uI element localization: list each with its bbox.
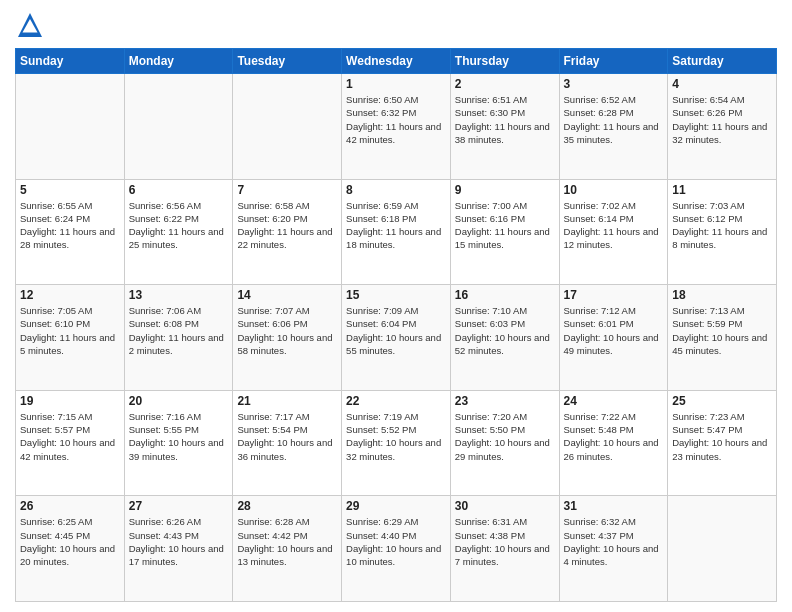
- day-detail: Sunrise: 7:19 AM Sunset: 5:52 PM Dayligh…: [346, 410, 446, 463]
- day-number: 2: [455, 77, 555, 91]
- calendar-day-cell: 24Sunrise: 7:22 AM Sunset: 5:48 PM Dayli…: [559, 390, 668, 496]
- calendar-day-cell: 27Sunrise: 6:26 AM Sunset: 4:43 PM Dayli…: [124, 496, 233, 602]
- logo-icon: [15, 10, 45, 40]
- day-number: 8: [346, 183, 446, 197]
- day-number: 11: [672, 183, 772, 197]
- day-number: 20: [129, 394, 229, 408]
- day-detail: Sunrise: 7:10 AM Sunset: 6:03 PM Dayligh…: [455, 304, 555, 357]
- day-number: 16: [455, 288, 555, 302]
- day-number: 30: [455, 499, 555, 513]
- day-number: 22: [346, 394, 446, 408]
- calendar-day-cell: 31Sunrise: 6:32 AM Sunset: 4:37 PM Dayli…: [559, 496, 668, 602]
- calendar-day-cell: 8Sunrise: 6:59 AM Sunset: 6:18 PM Daylig…: [342, 179, 451, 285]
- day-number: 17: [564, 288, 664, 302]
- day-detail: Sunrise: 6:26 AM Sunset: 4:43 PM Dayligh…: [129, 515, 229, 568]
- calendar-day-cell: 18Sunrise: 7:13 AM Sunset: 5:59 PM Dayli…: [668, 285, 777, 391]
- day-of-week-header: Sunday: [16, 49, 125, 74]
- calendar-day-cell: 20Sunrise: 7:16 AM Sunset: 5:55 PM Dayli…: [124, 390, 233, 496]
- day-detail: Sunrise: 6:56 AM Sunset: 6:22 PM Dayligh…: [129, 199, 229, 252]
- day-detail: Sunrise: 6:59 AM Sunset: 6:18 PM Dayligh…: [346, 199, 446, 252]
- day-number: 1: [346, 77, 446, 91]
- day-detail: Sunrise: 7:23 AM Sunset: 5:47 PM Dayligh…: [672, 410, 772, 463]
- day-number: 15: [346, 288, 446, 302]
- day-number: 9: [455, 183, 555, 197]
- day-detail: Sunrise: 7:09 AM Sunset: 6:04 PM Dayligh…: [346, 304, 446, 357]
- calendar-day-cell: 4Sunrise: 6:54 AM Sunset: 6:26 PM Daylig…: [668, 74, 777, 180]
- day-detail: Sunrise: 7:06 AM Sunset: 6:08 PM Dayligh…: [129, 304, 229, 357]
- day-detail: Sunrise: 6:51 AM Sunset: 6:30 PM Dayligh…: [455, 93, 555, 146]
- day-of-week-header: Saturday: [668, 49, 777, 74]
- calendar-day-cell: 1Sunrise: 6:50 AM Sunset: 6:32 PM Daylig…: [342, 74, 451, 180]
- day-detail: Sunrise: 7:00 AM Sunset: 6:16 PM Dayligh…: [455, 199, 555, 252]
- calendar-header-row: SundayMondayTuesdayWednesdayThursdayFrid…: [16, 49, 777, 74]
- day-detail: Sunrise: 6:29 AM Sunset: 4:40 PM Dayligh…: [346, 515, 446, 568]
- calendar-day-cell: [16, 74, 125, 180]
- day-number: 31: [564, 499, 664, 513]
- day-detail: Sunrise: 6:28 AM Sunset: 4:42 PM Dayligh…: [237, 515, 337, 568]
- calendar-day-cell: 17Sunrise: 7:12 AM Sunset: 6:01 PM Dayli…: [559, 285, 668, 391]
- day-number: 23: [455, 394, 555, 408]
- day-detail: Sunrise: 7:16 AM Sunset: 5:55 PM Dayligh…: [129, 410, 229, 463]
- day-number: 13: [129, 288, 229, 302]
- day-detail: Sunrise: 7:02 AM Sunset: 6:14 PM Dayligh…: [564, 199, 664, 252]
- calendar-day-cell: 26Sunrise: 6:25 AM Sunset: 4:45 PM Dayli…: [16, 496, 125, 602]
- calendar-day-cell: 3Sunrise: 6:52 AM Sunset: 6:28 PM Daylig…: [559, 74, 668, 180]
- day-detail: Sunrise: 7:07 AM Sunset: 6:06 PM Dayligh…: [237, 304, 337, 357]
- day-detail: Sunrise: 6:52 AM Sunset: 6:28 PM Dayligh…: [564, 93, 664, 146]
- day-number: 5: [20, 183, 120, 197]
- day-detail: Sunrise: 7:20 AM Sunset: 5:50 PM Dayligh…: [455, 410, 555, 463]
- day-number: 3: [564, 77, 664, 91]
- calendar-day-cell: 11Sunrise: 7:03 AM Sunset: 6:12 PM Dayli…: [668, 179, 777, 285]
- day-number: 28: [237, 499, 337, 513]
- day-number: 18: [672, 288, 772, 302]
- calendar-table: SundayMondayTuesdayWednesdayThursdayFrid…: [15, 48, 777, 602]
- day-number: 24: [564, 394, 664, 408]
- calendar-day-cell: 16Sunrise: 7:10 AM Sunset: 6:03 PM Dayli…: [450, 285, 559, 391]
- calendar-day-cell: 9Sunrise: 7:00 AM Sunset: 6:16 PM Daylig…: [450, 179, 559, 285]
- calendar-day-cell: [124, 74, 233, 180]
- calendar-day-cell: 23Sunrise: 7:20 AM Sunset: 5:50 PM Dayli…: [450, 390, 559, 496]
- calendar-day-cell: 12Sunrise: 7:05 AM Sunset: 6:10 PM Dayli…: [16, 285, 125, 391]
- calendar-day-cell: 5Sunrise: 6:55 AM Sunset: 6:24 PM Daylig…: [16, 179, 125, 285]
- day-number: 10: [564, 183, 664, 197]
- day-number: 4: [672, 77, 772, 91]
- day-detail: Sunrise: 6:54 AM Sunset: 6:26 PM Dayligh…: [672, 93, 772, 146]
- calendar-week-row: 19Sunrise: 7:15 AM Sunset: 5:57 PM Dayli…: [16, 390, 777, 496]
- day-detail: Sunrise: 7:22 AM Sunset: 5:48 PM Dayligh…: [564, 410, 664, 463]
- day-of-week-header: Tuesday: [233, 49, 342, 74]
- day-number: 7: [237, 183, 337, 197]
- calendar-day-cell: 13Sunrise: 7:06 AM Sunset: 6:08 PM Dayli…: [124, 285, 233, 391]
- calendar-day-cell: 2Sunrise: 6:51 AM Sunset: 6:30 PM Daylig…: [450, 74, 559, 180]
- calendar-day-cell: 10Sunrise: 7:02 AM Sunset: 6:14 PM Dayli…: [559, 179, 668, 285]
- calendar-week-row: 12Sunrise: 7:05 AM Sunset: 6:10 PM Dayli…: [16, 285, 777, 391]
- logo: [15, 10, 49, 40]
- calendar-day-cell: 6Sunrise: 6:56 AM Sunset: 6:22 PM Daylig…: [124, 179, 233, 285]
- calendar-day-cell: [668, 496, 777, 602]
- day-number: 14: [237, 288, 337, 302]
- header: [15, 10, 777, 40]
- calendar-day-cell: 21Sunrise: 7:17 AM Sunset: 5:54 PM Dayli…: [233, 390, 342, 496]
- calendar-week-row: 1Sunrise: 6:50 AM Sunset: 6:32 PM Daylig…: [16, 74, 777, 180]
- calendar-day-cell: 7Sunrise: 6:58 AM Sunset: 6:20 PM Daylig…: [233, 179, 342, 285]
- calendar-day-cell: [233, 74, 342, 180]
- day-number: 29: [346, 499, 446, 513]
- calendar-day-cell: 19Sunrise: 7:15 AM Sunset: 5:57 PM Dayli…: [16, 390, 125, 496]
- day-of-week-header: Monday: [124, 49, 233, 74]
- day-detail: Sunrise: 7:03 AM Sunset: 6:12 PM Dayligh…: [672, 199, 772, 252]
- day-detail: Sunrise: 7:05 AM Sunset: 6:10 PM Dayligh…: [20, 304, 120, 357]
- day-detail: Sunrise: 6:55 AM Sunset: 6:24 PM Dayligh…: [20, 199, 120, 252]
- calendar-day-cell: 22Sunrise: 7:19 AM Sunset: 5:52 PM Dayli…: [342, 390, 451, 496]
- day-detail: Sunrise: 6:32 AM Sunset: 4:37 PM Dayligh…: [564, 515, 664, 568]
- day-number: 12: [20, 288, 120, 302]
- page: SundayMondayTuesdayWednesdayThursdayFrid…: [0, 0, 792, 612]
- calendar-day-cell: 29Sunrise: 6:29 AM Sunset: 4:40 PM Dayli…: [342, 496, 451, 602]
- day-number: 21: [237, 394, 337, 408]
- calendar-week-row: 26Sunrise: 6:25 AM Sunset: 4:45 PM Dayli…: [16, 496, 777, 602]
- day-number: 26: [20, 499, 120, 513]
- day-detail: Sunrise: 7:12 AM Sunset: 6:01 PM Dayligh…: [564, 304, 664, 357]
- day-detail: Sunrise: 7:15 AM Sunset: 5:57 PM Dayligh…: [20, 410, 120, 463]
- day-number: 6: [129, 183, 229, 197]
- calendar-day-cell: 28Sunrise: 6:28 AM Sunset: 4:42 PM Dayli…: [233, 496, 342, 602]
- day-of-week-header: Wednesday: [342, 49, 451, 74]
- day-detail: Sunrise: 7:17 AM Sunset: 5:54 PM Dayligh…: [237, 410, 337, 463]
